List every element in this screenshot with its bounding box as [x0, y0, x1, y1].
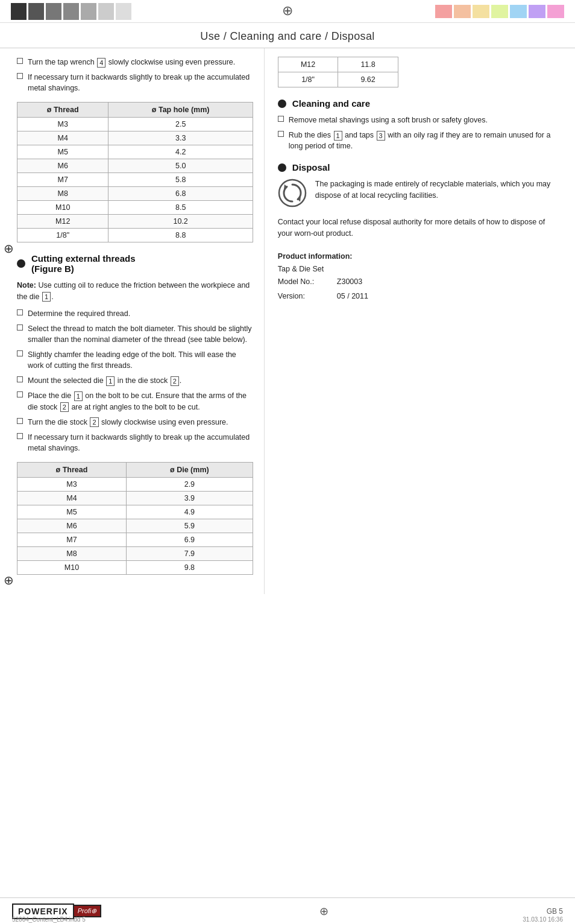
page-title-text: Use / Cleaning and care / Disposal [200, 30, 374, 42]
cleaning-title: Cleaning and care [292, 98, 370, 109]
cleaning-bullet-square [278, 131, 284, 137]
intro-bullet-2-text: If necessary turn it backwards slightly … [28, 72, 253, 93]
bullet-square-1 [17, 58, 23, 64]
cutting-bullet-text: Determine the required thread. [28, 308, 130, 319]
tap-table-cell: M8 [17, 187, 108, 201]
num-box-2: 2 [90, 417, 98, 427]
header-center-icon: ⊕ [282, 3, 293, 19]
bullet-square [17, 309, 23, 315]
cutting-bullet-list: Determine the required thread.Select the… [17, 308, 253, 454]
num-box-4: 4 [97, 58, 105, 68]
cutting-bullet-item: Mount the selected die 1 in the die stoc… [17, 375, 253, 386]
tap-table-cell: 8.5 [108, 201, 253, 215]
tap-table-cell: M7 [17, 173, 108, 187]
tap-table-row: 1/8"8.8 [17, 229, 253, 242]
cutting-bullet-text: Turn the die stock 2 slowly clockwise us… [28, 417, 228, 428]
die-table-cell: M4 [17, 492, 127, 505]
page-title: Use / Cleaning and care / Disposal [0, 23, 575, 48]
die-table-cell: 4.9 [126, 505, 253, 519]
tap-table-cell: 6.8 [108, 187, 253, 201]
tap-table-cell: 5.0 [108, 159, 253, 173]
intro-bullet-1-text: Turn the tap wrench 4 slowly clockwise u… [28, 57, 235, 68]
tap-table-cell: 10.2 [108, 215, 253, 229]
cutting-bullet-item: Determine the required thread. [17, 308, 253, 319]
product-info-section: Product information: Tap & Die Set Model… [278, 250, 558, 303]
small-table-row: M1211.8 [278, 57, 398, 72]
die-table-cell: M5 [17, 505, 127, 519]
die-table-cell: 6.9 [126, 533, 253, 547]
cleaning-bullet-circle [278, 100, 286, 108]
die-table-row: M32.9 [17, 478, 253, 492]
die-table-cell: M7 [17, 533, 127, 547]
die-table-row: M76.9 [17, 533, 253, 547]
cutting-bullet-item: Slightly chamfer the leading edge of the… [17, 349, 253, 371]
right-column: M1211.81/8"9.62 Cleaning and care Remove… [265, 48, 575, 594]
disposal-desc: The packaging is made entirely of recycl… [315, 179, 558, 201]
intro-bullet-list: Turn the tap wrench 4 slowly clockwise u… [17, 57, 253, 93]
tap-table-cell: 5.8 [108, 173, 253, 187]
num-box-1: 1 [106, 376, 115, 386]
bullet-square [17, 418, 23, 424]
bullet-square [17, 350, 23, 356]
tap-table-row: M43.3 [17, 131, 253, 145]
tap-col1-header: ø Thread [17, 103, 108, 118]
disposal-title: Disposal [292, 162, 330, 172]
cleaning-bullet-list: Remove metal shavings using a soft brush… [278, 115, 558, 151]
cutting-bullet-item: Select the thread to match the bolt diam… [17, 323, 253, 345]
die-table-cell: 3.9 [126, 492, 253, 505]
die-table-row: M43.9 [17, 492, 253, 505]
cleaning-bullet-square [278, 116, 284, 122]
small-table-cell: M12 [278, 57, 338, 72]
tap-table-row: M108.5 [17, 201, 253, 215]
bullet-square [17, 391, 23, 397]
product-info-label: Product information: [278, 250, 558, 263]
cutting-bullet-circle [17, 259, 25, 268]
page-number: GB 5 [547, 907, 563, 916]
tap-table-cell: M10 [17, 201, 108, 215]
disposal-icon [278, 179, 307, 209]
small-continuation-table: M1211.81/8"9.62 [278, 57, 398, 87]
bullet-square [17, 324, 23, 331]
tap-table: ø Thread ø Tap hole (mm) M32.5M43.3M54.2… [17, 102, 253, 242]
die-table: ø Thread ø Die (mm) M32.9M43.9M54.9M65.9… [17, 462, 253, 575]
tap-table-row: M86.8 [17, 187, 253, 201]
left-column: ⊕ ⊕ Turn the tap wrench 4 slowly clockwi… [0, 48, 265, 594]
die-col1-header: ø Thread [17, 463, 127, 478]
small-table-cell: 9.62 [338, 72, 398, 87]
tap-table-row: M75.8 [17, 173, 253, 187]
bullet-square [17, 376, 23, 382]
tap-table-cell: 1/8" [17, 229, 108, 242]
footer-filename: 52004_Content_LB4.indd 5 [12, 916, 86, 923]
note-label: Note: [17, 281, 36, 290]
left-margin-icon-top: ⊕ [4, 241, 14, 256]
main-content: ⊕ ⊕ Turn the tap wrench 4 slowly clockwi… [0, 48, 575, 594]
contact-text: Contact your local refuse disposal autho… [278, 217, 558, 239]
small-table-cell: 1/8" [278, 72, 338, 87]
cutting-section-heading: Cutting external threads(Figure B) [17, 253, 253, 274]
die-col2-header: ø Die (mm) [126, 463, 253, 478]
tap-table-cell: M4 [17, 131, 108, 145]
num-box-2: 2 [60, 402, 69, 412]
die-table-cell: M8 [17, 547, 127, 561]
tap-col2-header: ø Tap hole (mm) [108, 103, 253, 118]
disposal-section-heading: Disposal [278, 162, 558, 172]
cleaning-bullet-text: Remove metal shavings using a soft brush… [289, 115, 488, 125]
tap-table-cell: 4.2 [108, 145, 253, 159]
product-info-grid: Model No.: Z30003 Version: 05 / 2011 [278, 276, 558, 303]
version-label: Version: [278, 290, 332, 303]
header-left-blocks [11, 3, 131, 20]
die-table-cell: 2.9 [126, 478, 253, 492]
num-box-1: 1 [74, 391, 83, 401]
die-table-row: M54.9 [17, 505, 253, 519]
num-box-clean-1: 1 [334, 131, 342, 141]
intro-bullet-2: If necessary turn it backwards slightly … [17, 72, 253, 93]
left-margin-icon-bottom: ⊕ [4, 573, 14, 587]
page-footer: POWERFIX Profi⊕ ⊕ GB 5 [0, 897, 575, 924]
footer-date: 31.03.10 16:36 [523, 916, 563, 923]
tap-table-cell: 2.5 [108, 118, 253, 131]
cutting-bullet-text: Mount the selected die 1 in the die stoc… [28, 375, 181, 386]
cutting-bullet-item: If necessary turn it backwards slightly … [17, 432, 253, 454]
tap-table-row: M1210.2 [17, 215, 253, 229]
model-value: Z30003 [337, 276, 558, 288]
die-table-cell: M10 [17, 561, 127, 575]
